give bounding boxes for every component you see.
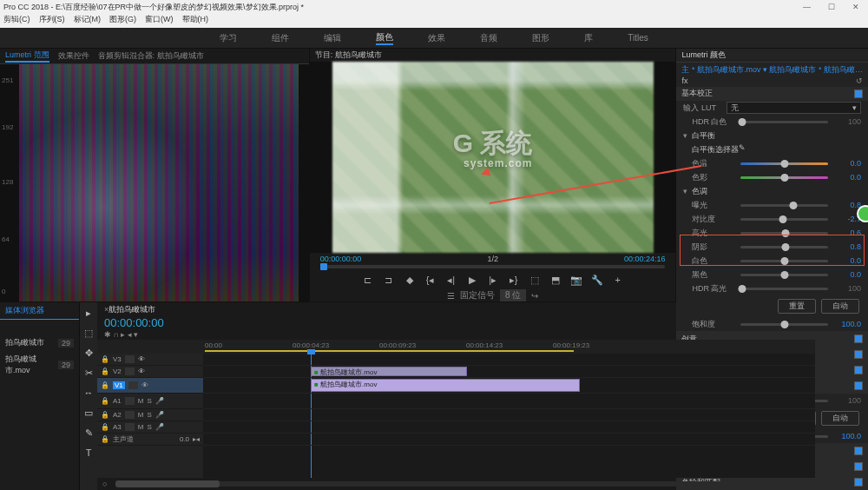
auto-button[interactable]: 自动 (821, 299, 859, 314)
track-header-a3[interactable]: 🔒A3MS🎤 (97, 421, 203, 434)
highlights-slider[interactable] (740, 232, 828, 235)
workspace-tab[interactable]: 颜色 (376, 31, 393, 45)
track-header-a2[interactable]: 🔒A2MS🎤 (97, 409, 203, 421)
menu-item[interactable]: 标记(M) (74, 14, 102, 28)
fit-dropdown[interactable]: 1/2 (487, 255, 498, 263)
workspace-tab[interactable]: 效果 (428, 32, 445, 44)
menu-item[interactable]: 窗口(W) (145, 14, 174, 28)
auto-button-2[interactable]: 自动 (821, 411, 859, 426)
output-icon[interactable]: ↪ (531, 291, 538, 301)
reset-button[interactable]: 重置 (778, 299, 816, 314)
go-out-button[interactable]: ▸} (508, 275, 520, 287)
section-toggle[interactable] (854, 366, 863, 374)
workspace-tab[interactable]: 编辑 (324, 32, 341, 44)
project-item[interactable]: 拍鸟瞰城市 29 (0, 334, 79, 351)
menu-item[interactable]: 剪辑(C) (3, 14, 30, 28)
timeline-tracks[interactable]: ■ 航拍鸟瞰城市.mov ■ 航拍鸟瞰城市.mov (203, 354, 815, 478)
maximize-button[interactable]: ☐ (828, 3, 835, 11)
program-slider[interactable] (310, 265, 676, 272)
workspace-tab[interactable]: 库 (584, 32, 593, 44)
whites-slider[interactable] (740, 260, 828, 262)
saturation-slider[interactable] (740, 323, 828, 326)
lumetri-breadcrumb[interactable]: 主 * 航拍鸟瞰城市.mov ▾ 航拍鸟瞰城市 * 航拍鸟瞰… (676, 63, 868, 76)
basic-correction-section[interactable]: 基本校正 (676, 87, 868, 101)
shadows-slider[interactable] (740, 246, 828, 248)
timeline-zoom[interactable] (115, 481, 796, 487)
section-toggle[interactable] (854, 447, 863, 455)
track-v3[interactable] (203, 354, 815, 366)
menu-item[interactable]: 序列(S) (39, 14, 65, 28)
media-browser-tab[interactable]: 媒体浏览器 (0, 302, 79, 320)
scope-tab[interactable]: Lumetri 范围 (5, 50, 49, 63)
track-a1[interactable] (203, 394, 815, 409)
contrast-slider[interactable] (740, 218, 828, 221)
ripple-tool[interactable]: ✥ (82, 348, 95, 360)
track-a2[interactable] (203, 409, 815, 421)
track-master[interactable] (203, 434, 815, 446)
track-header-master[interactable]: 🔒主声道0.0▸◂ (97, 434, 203, 446)
track-a3[interactable] (203, 421, 815, 434)
export-frame-icon[interactable]: 📷 (570, 275, 582, 287)
fixed-value[interactable]: 8 位 (500, 289, 526, 301)
go-in-button[interactable]: {◂ (424, 275, 437, 287)
basic-correction-toggle[interactable] (854, 89, 863, 98)
blacks-slider[interactable] (740, 274, 828, 276)
add-marker-icon[interactable]: ◆ (404, 275, 416, 287)
workspace-tab[interactable]: 学习 (220, 32, 237, 44)
razor-tool[interactable]: ✂ (82, 368, 95, 380)
extract-button[interactable]: ⬒ (549, 275, 562, 287)
workspace-tab[interactable]: Titles (628, 33, 648, 43)
type-tool[interactable]: T (82, 447, 95, 460)
current-time[interactable]: 00:00:00:00 (320, 255, 362, 263)
settings-plus-icon[interactable]: + (612, 275, 624, 287)
play-button[interactable]: ▶ (466, 275, 478, 287)
track-header-v3[interactable]: 🔒V3👁 (97, 354, 203, 366)
section-toggle[interactable] (854, 334, 863, 343)
workspace-tab[interactable]: 音频 (480, 32, 497, 44)
input-lut-dropdown[interactable]: 无▾ (727, 102, 861, 114)
section-toggle[interactable] (854, 381, 863, 390)
track-v2[interactable]: ■ 航拍鸟瞰城市.mov (203, 366, 815, 378)
eyedropper-icon[interactable]: ✎ (739, 143, 751, 156)
section-toggle[interactable] (854, 462, 863, 471)
menu-item[interactable]: 帮助(H) (182, 14, 209, 28)
scope-tab[interactable]: 音频剪辑混合器: 航拍鸟瞰城市 (98, 50, 204, 62)
signal-mode-icon[interactable]: ☰ (447, 291, 455, 301)
track-v1[interactable]: ■ 航拍鸟瞰城市.mov (203, 378, 815, 394)
track-header-v2[interactable]: 🔒V2👁 (97, 366, 203, 378)
slip-tool[interactable]: ↔ (82, 387, 95, 400)
mark-out-button[interactable]: ⊐ (383, 275, 395, 287)
reset-effect-icon[interactable]: ↺ (856, 76, 863, 85)
tint-slider[interactable] (740, 176, 828, 179)
video-preview[interactable] (332, 62, 654, 253)
timeline-ruler[interactable]: 00:0000:00:04:2300:00:09:2300:00:14:2300… (97, 340, 815, 354)
temperature-slider[interactable] (740, 162, 828, 165)
sequence-title[interactable]: 航拍鸟瞰城市 (108, 304, 155, 315)
hand-tool[interactable]: ✎ (82, 427, 95, 440)
workspace-tab[interactable]: 组件 (272, 32, 289, 44)
step-back-button[interactable]: ◂| (445, 275, 457, 287)
tone-header[interactable]: ▾色调 (676, 184, 868, 198)
fx-badge[interactable]: fx (681, 76, 687, 85)
scope-tab[interactable]: 效果控件 (58, 50, 89, 62)
lift-button[interactable]: ⬚ (529, 275, 541, 287)
exposure-slider[interactable] (740, 204, 828, 207)
track-select-tool[interactable]: ⬚ (82, 328, 95, 340)
close-button[interactable]: ✕ (852, 3, 859, 11)
white-balance-header[interactable]: ▾白平衡 (676, 129, 868, 142)
clip-v2[interactable]: ■ 航拍鸟瞰城市.mov (311, 367, 467, 376)
clip-v1[interactable]: ■ 航拍鸟瞰城市.mov (311, 379, 580, 392)
menu-item[interactable]: 图形(G) (109, 14, 136, 28)
safe-margins-icon[interactable]: 🔧 (591, 275, 603, 287)
project-item[interactable]: 拍鸟瞰城市.mov 29 (0, 351, 79, 379)
minimize-button[interactable]: — (803, 3, 811, 11)
track-header-v1[interactable]: 🔒V1👁 (97, 378, 203, 394)
track-header-a1[interactable]: 🔒A1MS🎤 (97, 394, 203, 409)
mark-in-button[interactable]: ⊏ (362, 275, 374, 287)
section-toggle[interactable] (854, 350, 863, 359)
selection-tool[interactable]: ▸ (82, 308, 95, 320)
workspace-tab[interactable]: 图形 (532, 32, 549, 44)
pen-tool[interactable]: ▭ (82, 407, 95, 420)
step-forward-button[interactable]: |▸ (487, 275, 499, 287)
section-toggle[interactable] (854, 478, 863, 487)
